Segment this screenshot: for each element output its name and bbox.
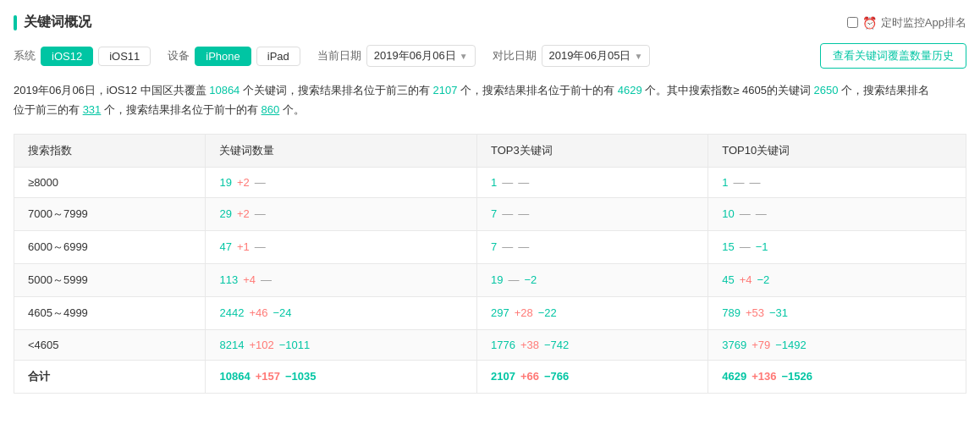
top10-plus-val: — bbox=[733, 176, 744, 189]
top10-minus-val: — bbox=[756, 207, 767, 220]
kw-plus-val: +2 bbox=[237, 207, 250, 220]
top10-val: 1 bbox=[722, 176, 728, 189]
summary-top3: 2107 bbox=[433, 84, 458, 96]
top3-minus-val: — bbox=[518, 240, 529, 253]
top10-minus-val: −31 bbox=[769, 306, 788, 319]
compare-date-select[interactable]: 2019年06月05日 ▼ bbox=[542, 45, 651, 67]
title-text: 关键词概况 bbox=[24, 14, 91, 31]
col-header-kw: 关键词数量 bbox=[206, 134, 477, 167]
kw-count-val: 47 bbox=[219, 240, 231, 253]
data-table: 搜索指数 关键词数量 TOP3关键词 TOP10关键词 ≥8000 19 +2 … bbox=[14, 134, 966, 394]
top10-minus-val: −1 bbox=[756, 240, 768, 253]
current-date-select[interactable]: 2019年06月06日 ▼ bbox=[366, 45, 476, 67]
monitor-checkbox[interactable]: ⏰ 定时监控App排名 bbox=[847, 15, 966, 30]
kw-plus-val: +46 bbox=[249, 306, 267, 319]
col-header-top3: TOP3关键词 bbox=[477, 134, 708, 167]
top10-plus-val: — bbox=[740, 207, 751, 220]
top3-plus-val: +66 bbox=[520, 370, 539, 383]
top10-minus-val: −1526 bbox=[781, 370, 812, 383]
cell-top3: 2107 +66 −766 bbox=[477, 360, 708, 393]
top3-val: 2107 bbox=[491, 370, 515, 383]
table-row: 7000～7999 29 +2 — 7 — — 10 — — bbox=[14, 197, 966, 230]
top3-val: 7 bbox=[491, 240, 497, 253]
table-row: 合计 10864 +157 −1035 2107 +66 −766 4629 +… bbox=[14, 360, 966, 393]
current-date-value: 2019年06月06日 bbox=[374, 48, 456, 63]
ios11-btn[interactable]: iOS11 bbox=[98, 47, 151, 66]
col-header-top10: TOP10关键词 bbox=[708, 134, 966, 167]
monitor-label: 定时监控App排名 bbox=[881, 15, 966, 30]
current-date-label: 当前日期 bbox=[317, 48, 361, 63]
top10-val: 4629 bbox=[722, 370, 746, 383]
cell-top10: 15 — −1 bbox=[708, 230, 966, 263]
cell-top10: 4629 +136 −1526 bbox=[708, 360, 966, 393]
page-header: 关键词概况 ⏰ 定时监控App排名 bbox=[14, 14, 966, 31]
kw-plus-val: +102 bbox=[249, 339, 273, 351]
kw-count-val: 8214 bbox=[219, 339, 244, 351]
top3-minus-val: — bbox=[518, 176, 529, 189]
summary-index-kw: 2650 bbox=[814, 84, 839, 96]
summary-text: 2019年06月06日，iOS12 中国区共覆盖 10864 个关键词，搜索结果… bbox=[14, 80, 966, 120]
cell-range: 5000～5999 bbox=[14, 263, 206, 296]
cell-range: 合计 bbox=[14, 360, 206, 393]
cell-top3: 19 — −2 bbox=[477, 263, 708, 296]
summary-index-top10[interactable]: 860 bbox=[262, 103, 280, 116]
top10-minus-val: −2 bbox=[757, 273, 770, 286]
kw-minus-val: −1011 bbox=[279, 339, 311, 351]
summary-index-top3[interactable]: 331 bbox=[83, 103, 102, 116]
history-btn[interactable]: 查看关键词覆盖数量历史 bbox=[820, 43, 966, 69]
kw-plus-val: +1 bbox=[237, 240, 250, 253]
cell-range: 4605～4999 bbox=[14, 296, 206, 329]
cell-kw: 19 +2 — bbox=[206, 167, 477, 197]
top10-plus-val: +136 bbox=[752, 370, 776, 383]
top3-val: 1776 bbox=[491, 339, 515, 351]
compare-date-value: 2019年06月05日 bbox=[549, 48, 631, 63]
system-label: 系统 bbox=[14, 48, 36, 63]
table-row: 6000～6999 47 +1 — 7 — — 15 — −1 bbox=[14, 230, 966, 263]
kw-minus-val: — bbox=[255, 176, 266, 189]
cell-kw: 113 +4 — bbox=[206, 263, 477, 296]
current-date-arrow: ▼ bbox=[460, 52, 468, 61]
cell-top3: 7 — — bbox=[477, 230, 708, 263]
top3-minus-val: −22 bbox=[538, 306, 557, 319]
monitor-checkbox-input[interactable] bbox=[847, 17, 858, 28]
kw-minus-val: −1035 bbox=[285, 370, 317, 383]
top10-plus-val: +79 bbox=[752, 339, 770, 351]
top10-plus-val: +4 bbox=[740, 273, 752, 286]
cell-top3: 297 +28 −22 bbox=[477, 296, 708, 329]
top3-plus-val: +38 bbox=[520, 339, 539, 351]
page-title: 关键词概况 bbox=[14, 14, 91, 31]
col-header-range: 搜索指数 bbox=[14, 134, 206, 167]
compare-date-arrow: ▼ bbox=[634, 52, 642, 61]
top10-minus-val: −1492 bbox=[775, 339, 807, 351]
table-row: 5000～5999 113 +4 — 19 — −2 45 +4 −2 bbox=[14, 263, 966, 296]
ipad-btn[interactable]: iPad bbox=[256, 47, 300, 66]
top10-val: 10 bbox=[722, 207, 734, 220]
top3-val: 19 bbox=[491, 273, 503, 286]
top3-val: 7 bbox=[491, 207, 497, 220]
kw-count-val: 29 bbox=[219, 207, 231, 220]
top3-minus-val: −766 bbox=[544, 370, 569, 383]
top3-minus-val: −742 bbox=[544, 339, 569, 351]
cell-kw: 10864 +157 −1035 bbox=[206, 360, 477, 393]
cell-top10: 45 +4 −2 bbox=[708, 263, 966, 296]
device-label: 设备 bbox=[168, 48, 190, 63]
cell-kw: 8214 +102 −1011 bbox=[206, 329, 477, 360]
table-row: 4605～4999 2442 +46 −24 297 +28 −22 789 +… bbox=[14, 296, 966, 329]
top3-minus-val: — bbox=[518, 207, 529, 220]
kw-plus-val: +157 bbox=[256, 370, 280, 383]
top10-val: 45 bbox=[722, 273, 734, 286]
iphone-btn[interactable]: iPhone bbox=[195, 47, 251, 66]
cell-top3: 1776 +38 −742 bbox=[477, 329, 708, 360]
top10-val: 15 bbox=[722, 240, 734, 253]
top3-minus-val: −2 bbox=[524, 273, 537, 286]
top3-plus-val: +28 bbox=[515, 306, 533, 319]
cell-range: 7000～7999 bbox=[14, 197, 206, 230]
summary-kw-count: 10864 bbox=[209, 84, 239, 96]
top3-plus-val: — bbox=[502, 207, 513, 220]
summary-top10: 4629 bbox=[618, 84, 642, 96]
ios12-btn[interactable]: iOS12 bbox=[41, 47, 93, 66]
kw-count-val: 2442 bbox=[219, 306, 244, 319]
kw-minus-val: — bbox=[255, 240, 266, 253]
cell-range: ≥8000 bbox=[14, 167, 206, 197]
cell-top10: 3769 +79 −1492 bbox=[708, 329, 966, 360]
